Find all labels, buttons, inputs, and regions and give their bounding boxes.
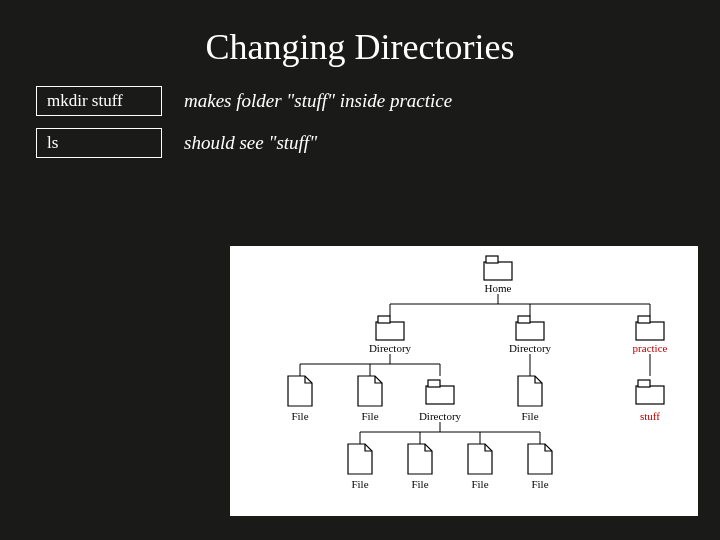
node-label: File bbox=[521, 410, 538, 422]
node-label-practice: practice bbox=[633, 342, 668, 354]
file-icon bbox=[528, 444, 552, 474]
node-label: File bbox=[411, 478, 428, 490]
file-icon bbox=[408, 444, 432, 474]
node-label: File bbox=[531, 478, 548, 490]
command-row: mkdir stuff makes folder "stuff" inside … bbox=[36, 86, 684, 116]
folder-icon bbox=[484, 256, 512, 280]
node-label: File bbox=[361, 410, 378, 422]
node-label: File bbox=[291, 410, 308, 422]
folder-icon bbox=[376, 316, 404, 340]
directory-tree-diagram: Home Directory Directory practice File F… bbox=[230, 246, 698, 516]
file-icon bbox=[518, 376, 542, 406]
file-icon bbox=[358, 376, 382, 406]
command-description: should see "stuff" bbox=[184, 132, 317, 154]
file-icon bbox=[468, 444, 492, 474]
node-label: File bbox=[351, 478, 368, 490]
command-description: makes folder "stuff" inside practice bbox=[184, 90, 452, 112]
folder-icon bbox=[636, 380, 664, 404]
folder-icon bbox=[426, 380, 454, 404]
node-label: Directory bbox=[509, 342, 552, 354]
folder-icon bbox=[636, 316, 664, 340]
file-icon bbox=[288, 376, 312, 406]
command-list: mkdir stuff makes folder "stuff" inside … bbox=[0, 68, 720, 158]
file-icon bbox=[348, 444, 372, 474]
command-box: ls bbox=[36, 128, 162, 158]
command-box: mkdir stuff bbox=[36, 86, 162, 116]
node-label: Directory bbox=[369, 342, 412, 354]
page-title: Changing Directories bbox=[0, 0, 720, 68]
node-label: Home bbox=[485, 282, 512, 294]
command-row: ls should see "stuff" bbox=[36, 128, 684, 158]
node-label-stuff: stuff bbox=[640, 410, 660, 422]
node-label: File bbox=[471, 478, 488, 490]
folder-icon bbox=[516, 316, 544, 340]
node-label: Directory bbox=[419, 410, 462, 422]
